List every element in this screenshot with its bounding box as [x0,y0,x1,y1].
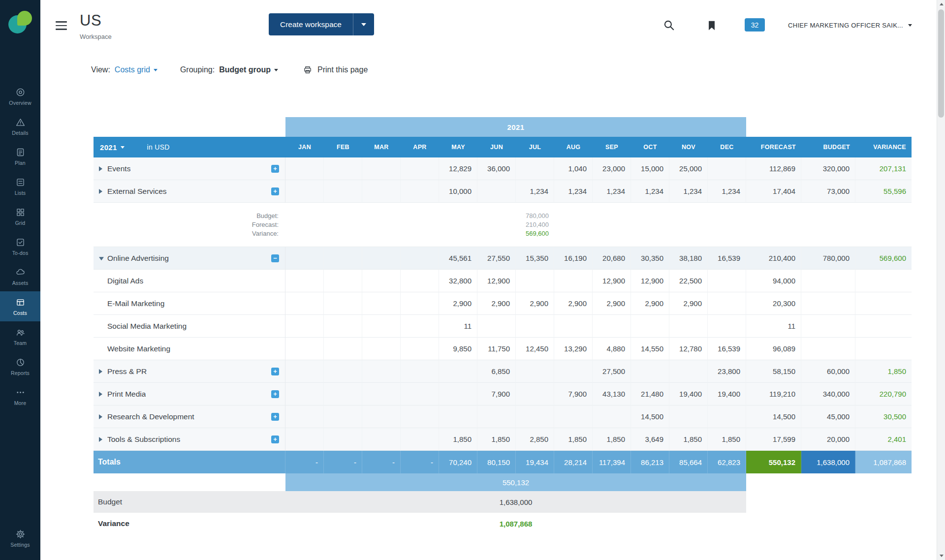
sidebar-item-grid[interactable]: Grid [0,201,40,231]
cell-apr[interactable] [401,405,439,428]
print-button[interactable]: Print this page [303,65,368,75]
cell-dec[interactable]: 1,234 [708,180,746,203]
cell-apr[interactable] [401,360,439,383]
create-workspace-label[interactable]: Create workspace [269,13,353,35]
add-item-icon[interactable]: + [271,187,279,195]
cell-feb[interactable] [324,247,362,270]
add-item-icon[interactable]: + [271,165,279,173]
scroll-down-button[interactable] [937,552,945,560]
cell-jan[interactable] [285,360,324,383]
cell-nov[interactable]: 12,780 [669,338,708,360]
cell-mar[interactable] [362,247,401,270]
sidebar-item-plan[interactable]: Plan [0,141,40,171]
cell-jul[interactable] [516,270,554,292]
cell-jun[interactable]: 11,750 [477,338,516,360]
cell-forecast[interactable]: 58,150 [746,360,801,383]
cell-jan[interactable] [285,383,324,405]
cell-forecast[interactable]: 11 [746,315,801,338]
page-scrollbar[interactable] [937,0,945,560]
cell-nov[interactable]: 25,000 [669,157,708,180]
expand-row-icon[interactable] [99,392,102,397]
sidebar-item-team[interactable]: Team [0,321,40,351]
cell-oct[interactable] [631,360,669,383]
cell-may[interactable] [439,360,477,383]
cell-aug[interactable]: 1,040 [554,157,593,180]
cell-dec[interactable] [708,270,746,292]
cell-sep[interactable]: 1,850 [593,428,631,451]
cell-sep[interactable]: 27,500 [593,360,631,383]
cell-apr[interactable] [401,428,439,451]
sidebar-item-details[interactable]: Details [0,111,40,141]
search-icon[interactable] [662,19,675,31]
cell-jul[interactable] [516,405,554,428]
cell-forecast[interactable]: 94,000 [746,270,801,292]
cell-may[interactable]: 9,850 [439,338,477,360]
create-workspace-dropdown[interactable] [353,13,374,35]
cell-may[interactable]: 2,900 [439,292,477,315]
row-label-cell[interactable]: Digital Ads [94,270,285,292]
sidebar-item-costs[interactable]: Costs [0,291,40,321]
cell-mar[interactable] [362,405,401,428]
cell-forecast[interactable]: 112,869 [746,157,801,180]
row-label-cell[interactable]: E-Mail Marketing [94,292,285,315]
view-selector[interactable]: Costs grid [115,65,158,74]
row-label-cell[interactable]: Website Marketing [94,338,285,360]
cell-apr[interactable] [401,338,439,360]
cell-dec[interactable] [708,157,746,180]
collapse-group-icon[interactable]: − [271,254,279,262]
cell-oct[interactable]: 2,900 [631,292,669,315]
cell-forecast[interactable]: 119,210 [746,383,801,405]
cell-nov[interactable]: 1,234 [669,180,708,203]
cell-jan[interactable] [285,428,324,451]
cell-may[interactable]: 1,850 [439,428,477,451]
cell-oct[interactable]: 12,900 [631,270,669,292]
cell-apr[interactable] [401,157,439,180]
cell-nov[interactable] [669,360,708,383]
user-menu[interactable]: CHIEF MARKETING OFFICER SAIK... [788,0,912,50]
cell-may[interactable]: 11 [439,315,477,338]
cell-mar[interactable] [362,315,401,338]
cell-jul[interactable] [516,315,554,338]
sidebar-item-overview[interactable]: Overview [0,81,40,111]
cell-aug[interactable]: 7,900 [554,383,593,405]
cell-nov[interactable] [669,405,708,428]
row-label-cell[interactable]: Tools & Subscriptions+ [94,428,285,451]
cell-aug[interactable] [554,270,593,292]
cell-aug[interactable]: 1,850 [554,428,593,451]
row-label-cell[interactable]: Press & PR+ [94,360,285,383]
cell-jan[interactable] [285,270,324,292]
expand-row-icon[interactable] [99,369,102,374]
cell-forecast[interactable]: 96,089 [746,338,801,360]
row-label-cell[interactable]: Print Media+ [94,383,285,405]
bookmark-icon[interactable] [705,19,718,32]
cell-apr[interactable] [401,292,439,315]
cell-may[interactable] [439,383,477,405]
hamburger-menu-icon[interactable] [56,21,67,32]
cell-budget[interactable]: 60,000 [801,360,855,383]
cell-mar[interactable] [362,360,401,383]
grouping-selector[interactable]: Budget group [219,65,278,74]
cell-may[interactable] [439,405,477,428]
cell-aug[interactable]: 13,290 [554,338,593,360]
cell-jun[interactable]: 12,900 [477,270,516,292]
cell-nov[interactable]: 1,850 [669,428,708,451]
cell-jul[interactable] [516,360,554,383]
cell-jun[interactable] [477,405,516,428]
cell-may[interactable]: 12,829 [439,157,477,180]
cell-variance[interactable]: 2,401 [855,428,912,451]
cell-sep[interactable]: 23,000 [593,157,631,180]
cell-feb[interactable] [324,157,362,180]
app-logo-icon[interactable] [8,11,32,33]
cell-mar[interactable] [362,157,401,180]
cell-jul[interactable]: 1,234 [516,180,554,203]
cell-dec[interactable]: 1,850 [708,428,746,451]
cell-budget[interactable]: 20,000 [801,428,855,451]
cell-jun[interactable]: 36,000 [477,157,516,180]
cell-oct[interactable]: 14,550 [631,338,669,360]
cell-may[interactable]: 10,000 [439,180,477,203]
sidebar-item-todos[interactable]: To-dos [0,231,40,261]
cell-jan[interactable] [285,292,324,315]
cell-sep[interactable]: 20,680 [593,247,631,270]
cell-mar[interactable] [362,270,401,292]
cell-budget[interactable]: 320,000 [801,157,855,180]
